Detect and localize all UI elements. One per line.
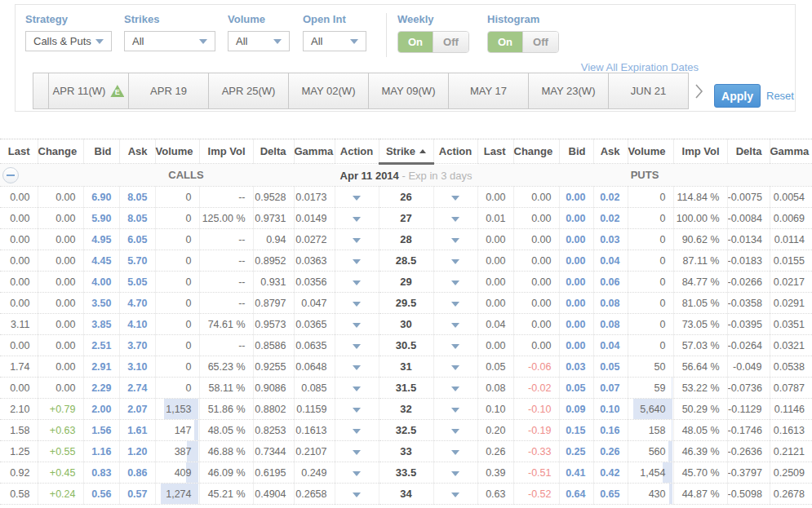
- put-action-dropdown[interactable]: [433, 293, 477, 314]
- volume-select[interactable]: All: [228, 31, 290, 51]
- put-ask[interactable]: 0.05: [593, 356, 628, 378]
- column-header-action[interactable]: Action: [335, 139, 379, 164]
- reset-link[interactable]: Reset: [766, 90, 794, 102]
- put-bid[interactable]: 0.00: [559, 229, 593, 250]
- column-header-change[interactable]: Change: [38, 139, 83, 164]
- column-header-volume[interactable]: Volume: [155, 139, 199, 164]
- call-action-dropdown[interactable]: [335, 250, 379, 272]
- put-bid[interactable]: 0.00: [559, 187, 593, 208]
- call-ask[interactable]: 6.05: [119, 229, 155, 250]
- call-ask[interactable]: 3.70: [119, 335, 155, 356]
- put-action-dropdown[interactable]: [433, 420, 477, 441]
- put-ask[interactable]: 0.10: [593, 399, 628, 420]
- column-header-change[interactable]: Change: [513, 139, 559, 164]
- put-ask[interactable]: 0.02: [593, 208, 628, 229]
- put-bid[interactable]: 0.15: [559, 420, 593, 441]
- put-ask[interactable]: 0.06: [593, 272, 628, 293]
- expiration-tab[interactable]: MAY 17: [448, 73, 529, 109]
- put-bid[interactable]: 0.00: [559, 314, 593, 335]
- call-ask[interactable]: 8.05: [119, 187, 155, 208]
- put-ask[interactable]: 0.26: [593, 441, 628, 462]
- expiration-tab[interactable]: APR 25(W): [208, 73, 289, 109]
- weekly-off-button[interactable]: Off: [433, 32, 468, 52]
- call-action-dropdown[interactable]: [335, 314, 379, 335]
- column-header-action[interactable]: Action: [433, 139, 477, 164]
- view-all-expirations-link[interactable]: View All Expiration Dates: [538, 61, 699, 73]
- call-action-dropdown[interactable]: [335, 399, 379, 420]
- put-ask[interactable]: 0.08: [593, 314, 628, 335]
- call-action-dropdown[interactable]: [335, 229, 379, 250]
- column-header-volume[interactable]: Volume: [628, 139, 673, 164]
- put-ask[interactable]: 0.07: [593, 378, 628, 399]
- call-ask[interactable]: 2.07: [119, 399, 155, 420]
- call-bid[interactable]: 4.00: [83, 272, 119, 293]
- put-ask[interactable]: 0.16: [593, 420, 628, 441]
- strategy-select[interactable]: Calls & Puts: [25, 31, 112, 51]
- strikes-select[interactable]: All: [124, 31, 215, 51]
- put-action-dropdown[interactable]: [433, 335, 477, 356]
- call-bid[interactable]: 0.83: [83, 462, 119, 484]
- call-bid[interactable]: 2.51: [83, 335, 119, 356]
- expiration-tab[interactable]: MAY 02(W): [288, 73, 369, 109]
- histogram-off-button[interactable]: Off: [523, 32, 558, 52]
- column-header-bid[interactable]: Bid: [83, 139, 119, 164]
- column-header-delta[interactable]: Delta: [253, 139, 294, 164]
- histogram-on-button[interactable]: On: [488, 32, 523, 52]
- call-action-dropdown[interactable]: [335, 272, 379, 293]
- put-action-dropdown[interactable]: [433, 441, 477, 462]
- call-action-dropdown[interactable]: [335, 335, 379, 356]
- put-bid[interactable]: 0.00: [559, 335, 593, 356]
- put-ask[interactable]: 0.02: [593, 187, 628, 208]
- call-bid[interactable]: 0.56: [83, 484, 119, 505]
- put-ask[interactable]: 0.04: [593, 250, 628, 272]
- column-header-strike[interactable]: Strike: [379, 139, 433, 164]
- call-action-dropdown[interactable]: [335, 208, 379, 229]
- expiration-tab[interactable]: MAY 23(W): [528, 73, 609, 109]
- call-bid[interactable]: 6.90: [83, 187, 119, 208]
- put-action-dropdown[interactable]: [433, 484, 477, 505]
- expiration-tab[interactable]: APR 11(W)E: [48, 73, 129, 109]
- call-action-dropdown[interactable]: [335, 484, 379, 505]
- put-action-dropdown[interactable]: [433, 229, 477, 250]
- call-bid[interactable]: 3.50: [83, 293, 119, 314]
- put-action-dropdown[interactable]: [433, 250, 477, 272]
- column-header-imp-vol[interactable]: Imp Vol: [673, 139, 727, 164]
- put-bid[interactable]: 0.03: [559, 356, 593, 378]
- column-header-ask[interactable]: Ask: [119, 139, 155, 164]
- call-bid[interactable]: 5.90: [83, 208, 119, 229]
- call-ask[interactable]: 1.61: [119, 420, 155, 441]
- call-ask[interactable]: 5.70: [119, 250, 155, 272]
- call-action-dropdown[interactable]: [335, 420, 379, 441]
- put-ask[interactable]: 0.04: [593, 335, 628, 356]
- column-header-last[interactable]: Last: [477, 139, 513, 164]
- put-bid[interactable]: 0.64: [559, 484, 593, 505]
- put-bid[interactable]: 0.00: [559, 250, 593, 272]
- put-bid[interactable]: 0.09: [559, 399, 593, 420]
- column-header-bid[interactable]: Bid: [559, 139, 593, 164]
- next-expirations-button[interactable]: [689, 73, 703, 109]
- call-bid[interactable]: 4.95: [83, 229, 119, 250]
- call-bid[interactable]: 4.45: [83, 250, 119, 272]
- put-action-dropdown[interactable]: [433, 208, 477, 229]
- put-ask[interactable]: 0.08: [593, 293, 628, 314]
- expiration-tab[interactable]: APR 19: [128, 73, 209, 109]
- column-header-gamma[interactable]: Gamma: [770, 139, 812, 164]
- call-bid[interactable]: 1.56: [83, 420, 119, 441]
- call-action-dropdown[interactable]: [335, 187, 379, 208]
- put-action-dropdown[interactable]: [433, 356, 477, 378]
- call-ask[interactable]: 4.70: [119, 293, 155, 314]
- put-ask[interactable]: 0.03: [593, 229, 628, 250]
- put-ask[interactable]: 0.65: [593, 484, 628, 505]
- call-ask[interactable]: 2.74: [119, 378, 155, 399]
- call-bid[interactable]: 2.91: [83, 356, 119, 378]
- column-header-last[interactable]: Last: [0, 139, 38, 164]
- put-action-dropdown[interactable]: [433, 187, 477, 208]
- call-ask[interactable]: 1.20: [119, 441, 155, 462]
- call-ask[interactable]: 0.57: [119, 484, 155, 505]
- put-bid[interactable]: 0.00: [559, 272, 593, 293]
- call-ask[interactable]: 4.10: [119, 314, 155, 335]
- column-header-ask[interactable]: Ask: [593, 139, 628, 164]
- open-int-select[interactable]: All: [303, 31, 366, 51]
- expiration-tab[interactable]: MAY 09(W): [368, 73, 449, 109]
- call-bid[interactable]: 1.16: [83, 441, 119, 462]
